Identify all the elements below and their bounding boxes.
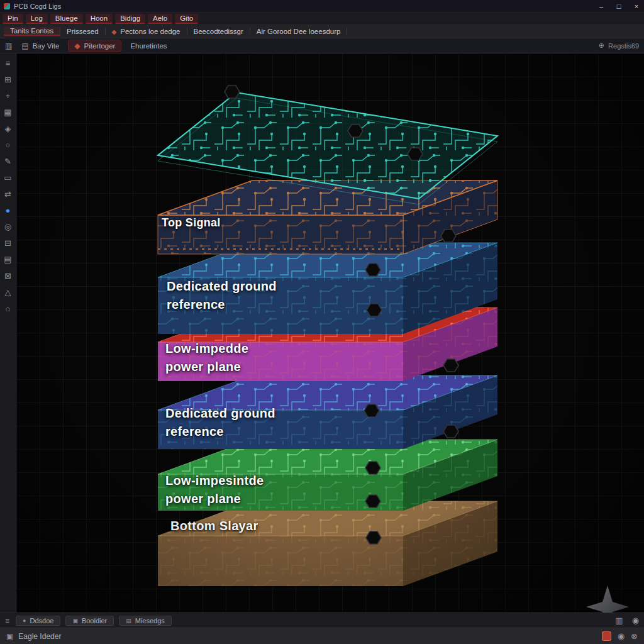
- toolbar-item-pectons[interactable]: ◆ Pectons loe dedge: [106, 28, 187, 35]
- toolbar-item-beecod[interactable]: Beecodtedissgr: [187, 28, 250, 35]
- layer-stack-icon: ◆: [74, 42, 80, 50]
- panel-grid-icon[interactable]: ▥: [615, 616, 623, 625]
- delete-tool-icon[interactable]: ⊠: [3, 271, 14, 281]
- circle-tool-icon[interactable]: ○: [3, 140, 14, 150]
- pitertoger-label: Pitertoger: [84, 42, 116, 50]
- bay-vite-label: Bay Vite: [33, 42, 60, 50]
- rect-tool-icon[interactable]: ▭: [3, 173, 14, 183]
- menu-item-gito[interactable]: Gito: [175, 14, 198, 24]
- grid-tool-icon[interactable]: ⊞: [3, 75, 14, 85]
- messages-icon: ▤: [126, 618, 131, 624]
- component-tool-icon[interactable]: ◈: [3, 124, 14, 134]
- toolbar-item-prissesed[interactable]: Prissesed: [60, 28, 106, 35]
- footer-bar: ▣ Eagle Ideder ◉ ⊗: [0, 628, 644, 644]
- board-icon: ▣: [72, 618, 78, 624]
- regstis-status[interactable]: ⊕ Regstis69: [599, 42, 639, 50]
- toolbar-item-tanits[interactable]: Tanits Eontes: [4, 27, 60, 36]
- layer-bottom[interactable]: [158, 501, 497, 586]
- refresh-icon: ⊕: [599, 42, 604, 50]
- regstis-label: Regstis69: [608, 42, 639, 50]
- menu-tool-icon[interactable]: ≡: [3, 58, 14, 69]
- sparkle-decoration: [586, 586, 629, 613]
- title-bar: PCB Cogd Ligs – □ ×: [0, 0, 644, 13]
- tab-miesedgs[interactable]: ▤ Miesedgs: [119, 616, 172, 626]
- active-layer-tool-icon[interactable]: ●: [3, 206, 14, 216]
- workspace: ≡ ⊞ + ▦ ◈ ○ ✎ ▭ ⇄ ● ◎ ⊟ ▤ ⊠ △ ⌂: [0, 53, 644, 613]
- pcb-canvas[interactable]: Top Signal Dedicated groundreference Low…: [16, 53, 644, 613]
- menu-item-aelo[interactable]: Aelo: [148, 14, 172, 24]
- footer-right-icons: ◉ ⊗: [602, 631, 638, 641]
- maximize-button[interactable]: □: [615, 3, 623, 10]
- target-status-icon[interactable]: ◉: [618, 631, 625, 641]
- statusbar-menu-icon[interactable]: ≡: [5, 616, 9, 625]
- view-icon: ▤: [21, 42, 28, 50]
- record-icon[interactable]: ◉: [632, 616, 639, 625]
- menu-bar: Pin Log Bluege Hoon Bidigg Aelo Gito: [0, 13, 644, 25]
- primary-toolbar: Tanits Eontes Prissesed ◆ Pectons loe de…: [0, 25, 644, 38]
- pcb-stackup-drawing: [16, 53, 644, 613]
- menu-item-pin[interactable]: Pin: [3, 14, 23, 24]
- tab-booldier[interactable]: ▣ Booldier: [65, 616, 114, 626]
- layer-ground-reference-2[interactable]: [158, 375, 497, 449]
- app-logo-icon: [4, 3, 10, 9]
- home-tool-icon[interactable]: ⌂: [3, 304, 14, 314]
- edit-tool-icon[interactable]: ✎: [3, 157, 14, 167]
- remove-tool-icon[interactable]: ⊟: [3, 238, 14, 248]
- tab-miesedgs-label: Miesedgs: [135, 617, 165, 625]
- swap-tool-icon[interactable]: ⇄: [3, 189, 14, 199]
- tab-ddsdoe-label: Ddsdoe: [30, 617, 53, 625]
- close-button[interactable]: ×: [633, 3, 640, 10]
- tab-booldier-label: Booldier: [82, 617, 107, 625]
- window-title: PCB Cogd Ligs: [14, 3, 61, 10]
- menu-item-log[interactable]: Log: [26, 14, 48, 24]
- layer-power-plane-2[interactable]: [158, 440, 497, 511]
- bay-vite-button[interactable]: ▤ Bay Vite: [16, 40, 65, 52]
- error-badge-icon[interactable]: [602, 631, 611, 641]
- viewbar-menu-icon[interactable]: ▥: [5, 42, 12, 50]
- toolbar-item-pectons-label: Pectons loe dedge: [120, 28, 180, 35]
- ehuretintes-label: Ehuretintes: [130, 42, 167, 50]
- target-tool-icon[interactable]: ◎: [3, 222, 14, 232]
- add-tool-icon[interactable]: +: [3, 91, 14, 101]
- array-tool-icon[interactable]: ▦: [3, 108, 14, 118]
- ehuretintes-button[interactable]: Ehuretintes: [125, 41, 172, 51]
- pitertoger-button[interactable]: ◆ Pitertoger: [69, 40, 121, 52]
- status-bar: ≡ ● Ddsdoe ▣ Booldier ▤ Miesedgs ▥ ◉: [0, 613, 644, 628]
- menu-item-bluege[interactable]: Bluege: [50, 14, 83, 24]
- tool-rail: ≡ ⊞ + ▦ ◈ ○ ✎ ▭ ⇄ ● ◎ ⊟ ▤ ⊠ △ ⌂: [0, 53, 16, 613]
- menu-item-bidigg[interactable]: Bidigg: [115, 14, 145, 24]
- triangle-tool-icon[interactable]: △: [3, 287, 14, 297]
- layers-tool-icon[interactable]: ▤: [3, 255, 14, 265]
- tab-ddsdoe[interactable]: ● Ddsdoe: [16, 616, 60, 626]
- diamond-icon: ◆: [112, 28, 117, 35]
- window-controls: – □ ×: [597, 3, 640, 10]
- minimize-button[interactable]: –: [597, 3, 605, 10]
- dot-icon: ●: [23, 618, 26, 624]
- close-panel-icon[interactable]: ⊗: [631, 631, 638, 641]
- toolbar-item-airgorood[interactable]: Air Gorood Dee loeesdurp: [250, 28, 348, 35]
- statusbar-right-icons: ▥ ◉: [615, 616, 639, 625]
- footer-label: Eagle Ideder: [18, 632, 61, 641]
- menu-item-hoon[interactable]: Hoon: [86, 14, 113, 24]
- lock-icon: ▣: [6, 632, 13, 641]
- view-bar: ▥ ▤ Bay Vite ◆ Pitertoger Ehuretintes ⊕ …: [0, 38, 644, 53]
